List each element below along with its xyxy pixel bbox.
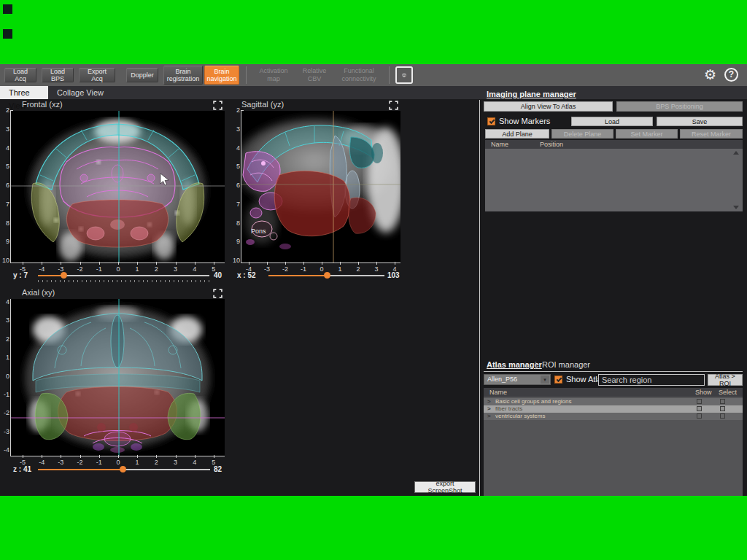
axial-brain-image: [11, 299, 225, 456]
plane-table[interactable]: Name Position: [485, 140, 743, 211]
axial-brain-view[interactable]: [10, 299, 225, 456]
sagittal-slice-slider[interactable]: [268, 275, 384, 276]
axis-tick-label: -2: [4, 409, 9, 416]
axis-tick-label: 9: [6, 238, 9, 245]
search-region-input[interactable]: [598, 374, 705, 386]
axis-tick-label: 3: [371, 265, 382, 273]
axis-tick-label: 8: [6, 219, 9, 227]
slider-handle[interactable]: [324, 272, 330, 279]
doppler-button[interactable]: Doppler: [126, 68, 158, 82]
relative-cbv-button: Relative CBV: [296, 67, 333, 83]
save-plane-button[interactable]: Save: [657, 117, 743, 126]
tab-roi-manager[interactable]: ROI manager: [542, 360, 590, 369]
slider-handle[interactable]: [120, 466, 126, 472]
settings-gear-icon[interactable]: ⚙: [704, 66, 716, 84]
frontal-view-title: Frontal (xz): [22, 100, 63, 109]
3d-cube-icon: 3D: [401, 69, 407, 82]
select-checkbox[interactable]: [720, 399, 725, 404]
3d-view-button[interactable]: 3D: [395, 66, 413, 84]
show-checkbox[interactable]: [697, 406, 702, 411]
expander-icon[interactable]: >: [487, 413, 491, 420]
axis-tick-label: 1: [335, 265, 345, 273]
slider-handle[interactable]: [61, 272, 67, 279]
show-atlas-checkbox[interactable]: [554, 376, 562, 384]
show-checkbox[interactable]: [697, 413, 702, 419]
sagittal-expand-icon[interactable]: [389, 101, 398, 110]
toolbar-separator: [389, 66, 390, 84]
scroll-up-icon[interactable]: [733, 151, 739, 155]
axis-tick-label: -3: [55, 459, 66, 466]
axis-tick-label: -1: [298, 265, 309, 273]
tab-atlas-manager[interactable]: Atlas manager: [487, 360, 542, 369]
load-bps-button[interactable]: Load BPS: [42, 68, 74, 82]
atlas-row-ventricular-systems[interactable]: > ventricular systems: [484, 413, 743, 420]
slider-tick-marks: [38, 280, 209, 282]
axis-tick-label: -2: [75, 265, 85, 273]
load-plane-button[interactable]: Load: [571, 117, 653, 126]
select-checkbox[interactable]: [720, 413, 725, 419]
panel-separator: [479, 100, 480, 496]
brain-navigation-button[interactable]: Brain navigation: [204, 66, 239, 85]
view-tabbar: Three View Collage View: [0, 86, 747, 99]
axial-expand-icon[interactable]: [213, 289, 222, 298]
select-checkbox[interactable]: [720, 406, 725, 411]
atlas-row-label: Basic cell groups and regions: [495, 398, 572, 405]
expander-icon[interactable]: >: [487, 398, 491, 405]
imaging-plane-manager-title: Imaging plane manager: [487, 90, 576, 98]
axis-tick-label: -3: [262, 265, 272, 273]
atlas-row-basic-cell-groups[interactable]: > Basic cell groups and regions: [484, 398, 743, 405]
atlas-to-roi-button[interactable]: Atlas > ROI: [708, 374, 743, 386]
axial-view-title: Axial (xy): [22, 288, 55, 297]
atlas-table-header: Name Show Select: [484, 388, 743, 397]
tab-collage-view[interactable]: Collage View: [48, 86, 112, 99]
axial-slice-slider[interactable]: [38, 469, 210, 470]
axis-tick-label: -4: [36, 265, 47, 273]
axis-tick-label: 3: [171, 459, 181, 466]
toolbar-separator: [246, 66, 247, 84]
atlas-select-dropdown[interactable]: Allen_P56 ▼: [484, 374, 551, 385]
sagittal-x-axis: -4-3-2-101234: [244, 265, 400, 273]
atlas-select-column: Select: [719, 389, 737, 396]
svg-text:3D: 3D: [403, 75, 406, 77]
expander-icon[interactable]: >: [487, 405, 491, 413]
tab-three-view[interactable]: Three View: [0, 86, 48, 99]
frontal-slice-slider[interactable]: [38, 275, 209, 276]
screen-corner-marker: [3, 4, 12, 14]
atlas-select-value: Allen_P56: [487, 376, 517, 383]
axis-tick-label: 2: [151, 265, 161, 273]
axis-tick-label: 1: [6, 354, 9, 361]
axis-tick-label: -1: [4, 391, 9, 398]
app-window: Load Acq Load BPS Export Acq Doppler Bra…: [0, 64, 747, 496]
atlas-row-fiber-tracts[interactable]: > fiber tracts: [484, 405, 743, 413]
show-checkbox[interactable]: [697, 399, 702, 404]
export-acq-button[interactable]: Export Acq: [79, 68, 115, 82]
set-marker-button: Set Marker: [616, 129, 678, 139]
sagittal-slice-label: x : 52: [237, 271, 256, 279]
reset-marker-button: Reset Marker: [680, 129, 743, 139]
align-view-to-atlas-button[interactable]: Align View To Atlas: [484, 101, 613, 112]
axis-tick-label: 9: [236, 238, 240, 245]
axis-tick-label: -2: [75, 459, 85, 466]
frontal-brain-view[interactable]: [10, 111, 225, 263]
axis-tick-label: 10: [233, 257, 240, 264]
add-plane-button[interactable]: Add Plane: [485, 129, 549, 139]
axis-tick-label: 3: [6, 125, 9, 133]
axial-slice-max: 82: [214, 465, 222, 473]
axis-tick-label: 5: [236, 163, 240, 170]
atlas-region-table[interactable]: Name Show Select > Basic cell groups and…: [484, 388, 743, 496]
load-acq-button[interactable]: Load Acq: [4, 68, 36, 82]
atlas-name-column: Name: [489, 389, 507, 396]
sagittal-brain-view[interactable]: [241, 111, 400, 263]
scroll-down-icon[interactable]: [733, 206, 739, 209]
axis-tick-label: 4: [236, 144, 240, 152]
help-icon[interactable]: ?: [724, 68, 738, 82]
frontal-expand-icon[interactable]: [213, 101, 222, 110]
export-screenshot-button[interactable]: export ScreenShot: [414, 481, 476, 493]
axis-tick-label: 3: [6, 316, 9, 324]
plane-table-header: Name Position: [485, 140, 743, 149]
brain-registration-button[interactable]: Brain registration: [163, 66, 203, 85]
show-markers-checkbox[interactable]: [487, 117, 495, 125]
tab-separator: |: [535, 360, 537, 369]
atlas-row-label: fiber tracts: [495, 405, 522, 413]
axis-tick-label: 1: [132, 265, 142, 273]
